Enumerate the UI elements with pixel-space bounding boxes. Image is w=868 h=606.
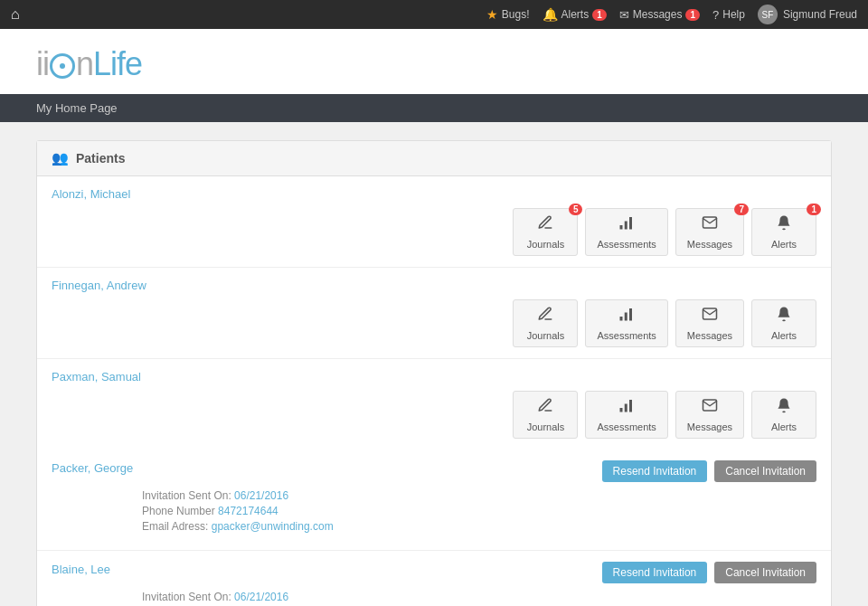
patient-actions-alonzi-michael: 5JournalsAssessments7Messages1Alerts — [52, 208, 816, 256]
journals-label: Journals — [527, 330, 565, 341]
messages-nav-label: Messages — [633, 8, 683, 21]
assessments-label: Assessments — [597, 421, 656, 432]
bell-nav-icon: 🔔 — [542, 7, 558, 22]
alerts-nav-item[interactable]: 🔔 Alerts 1 — [542, 7, 607, 22]
svg-rect-3 — [620, 317, 623, 321]
messages-label: Messages — [687, 239, 732, 250]
alerts-button-alonzi-michael[interactable]: 1Alerts — [751, 208, 816, 256]
home-icon[interactable]: ⌂ — [11, 6, 20, 23]
assessments-icon — [618, 397, 635, 418]
journals-label: Journals — [527, 421, 565, 432]
journals-button-paxman-samual[interactable]: Journals — [513, 391, 578, 439]
logo-area: iinLife — [0, 29, 868, 94]
messages-badge-alonzi-michael: 7 — [734, 204, 749, 215]
avatar: SF — [758, 5, 778, 24]
pending-patient-name-packer-george[interactable]: Packer, George — [52, 461, 133, 475]
bugs-label: Bugs! — [502, 8, 530, 21]
invitation-row-packer-george: Packer, GeorgeResend InvitationCancel In… — [37, 450, 831, 551]
help-label: Help — [722, 8, 745, 21]
journals-icon — [537, 214, 553, 235]
journals-button-alonzi-michael[interactable]: 5Journals — [513, 208, 578, 256]
svg-rect-4 — [625, 313, 627, 321]
top-navigation: ⌂ ★ Bugs! 🔔 Alerts 1 ✉ Messages 1 ? Help… — [0, 0, 868, 29]
assessments-button-alonzi-michael[interactable]: Assessments — [585, 208, 667, 256]
patient-name-paxman-samual[interactable]: Paxman, Samual — [52, 370, 816, 383]
bugs-nav-item[interactable]: ★ Bugs! — [486, 7, 530, 22]
patients-header: 👥 Patients — [37, 141, 831, 176]
invitation-details-packer-george: Invitation Sent On: 06/21/2016 Phone Num… — [142, 489, 816, 533]
alerts-icon — [776, 306, 792, 327]
pending-patient-name-blaine-lee[interactable]: Blaine, Lee — [52, 563, 110, 576]
help-nav-item[interactable]: ? Help — [712, 8, 745, 22]
invitation-header-packer-george: Packer, GeorgeResend InvitationCancel In… — [52, 460, 816, 482]
patient-name-alonzi-michael[interactable]: Alonzi, Michael — [52, 187, 816, 201]
main-content: 👥 Patients Alonzi, Michael5JournalsAsses… — [0, 122, 868, 606]
invitation-buttons-packer-george: Resend InvitationCancel Invitation — [602, 460, 816, 482]
messages-icon — [702, 397, 718, 418]
journals-badge-alonzi-michael: 5 — [569, 204, 583, 215]
page-header: My Home Page — [0, 94, 868, 122]
alerts-label: Alerts — [771, 239, 797, 250]
svg-rect-8 — [629, 400, 632, 412]
assessments-label: Assessments — [597, 330, 656, 341]
patient-actions-paxman-samual: JournalsAssessmentsMessagesAlerts — [52, 391, 816, 439]
logo-circle-icon — [50, 53, 75, 79]
page-title: My Home Page — [36, 101, 118, 115]
messages-label: Messages — [687, 421, 732, 432]
messages-icon — [702, 214, 718, 235]
help-icon: ? — [712, 8, 719, 22]
assessments-icon — [618, 306, 635, 327]
active-patients-list: Alonzi, Michael5JournalsAssessments7Mess… — [37, 176, 831, 450]
alerts-label: Alerts — [771, 421, 797, 432]
logo-iion: ii — [36, 45, 49, 82]
journals-label: Journals — [527, 239, 565, 250]
messages-button-paxman-samual[interactable]: Messages — [675, 391, 744, 439]
messages-nav-badge: 1 — [685, 9, 700, 21]
cancel-invitation-button-blaine-lee[interactable]: Cancel Invitation — [714, 562, 816, 583]
alerts-label: Alerts — [771, 330, 797, 341]
logo: iinLife — [36, 45, 832, 83]
svg-rect-5 — [629, 308, 632, 321]
patients-title: Patients — [76, 151, 125, 166]
alerts-button-paxman-samual[interactable]: Alerts — [751, 391, 816, 439]
svg-rect-1 — [625, 222, 627, 230]
svg-rect-0 — [620, 225, 623, 230]
user-name: Sigmund Freud — [783, 8, 857, 21]
assessments-icon — [618, 214, 635, 235]
messages-nav-item[interactable]: ✉ Messages 1 — [619, 8, 700, 22]
svg-rect-6 — [620, 408, 623, 412]
resend-invitation-button-packer-george[interactable]: Resend Invitation — [602, 460, 708, 482]
inv-sent-packer-george: Invitation Sent On: 06/21/2016 — [142, 489, 816, 502]
alerts-nav-label: Alerts — [561, 8, 590, 21]
svg-rect-2 — [629, 217, 632, 230]
journals-button-finnegan-andrew[interactable]: Journals — [513, 299, 578, 347]
messages-button-alonzi-michael[interactable]: 7Messages — [675, 208, 744, 256]
logo-n: n — [76, 45, 93, 82]
messages-icon — [702, 306, 718, 327]
patient-row-alonzi-michael: Alonzi, Michael5JournalsAssessments7Mess… — [37, 176, 831, 268]
resend-invitation-button-blaine-lee[interactable]: Resend Invitation — [602, 562, 708, 583]
inv-sent-blaine-lee: Invitation Sent On: 06/21/2016 — [142, 591, 816, 603]
alerts-badge-alonzi-michael: 1 — [807, 204, 821, 215]
svg-rect-7 — [625, 404, 627, 412]
alerts-nav-badge: 1 — [592, 9, 607, 21]
inv-email-packer-george: Email Adress: gpacker@unwinding.com — [142, 520, 816, 533]
inv-phone-packer-george: Phone Number 8472174644 — [142, 505, 816, 517]
patient-row-finnegan-andrew: Finnegan, AndrewJournalsAssessmentsMessa… — [37, 268, 831, 359]
assessments-label: Assessments — [597, 239, 656, 250]
assessments-button-finnegan-andrew[interactable]: Assessments — [585, 299, 667, 347]
cancel-invitation-button-packer-george[interactable]: Cancel Invitation — [714, 460, 816, 482]
messages-button-finnegan-andrew[interactable]: Messages — [675, 299, 744, 347]
invitation-buttons-blaine-lee: Resend InvitationCancel Invitation — [602, 562, 816, 583]
pending-patients-list: Packer, GeorgeResend InvitationCancel In… — [37, 450, 831, 606]
patients-icon: 👥 — [52, 150, 69, 166]
alerts-button-finnegan-andrew[interactable]: Alerts — [751, 299, 816, 347]
patient-name-finnegan-andrew[interactable]: Finnegan, Andrew — [52, 279, 816, 292]
patient-actions-finnegan-andrew: JournalsAssessmentsMessagesAlerts — [52, 299, 816, 347]
patients-card: 👥 Patients Alonzi, Michael5JournalsAsses… — [36, 140, 832, 606]
bug-icon: ★ — [486, 7, 498, 22]
assessments-button-paxman-samual[interactable]: Assessments — [585, 391, 667, 439]
alerts-icon — [776, 214, 792, 235]
user-menu[interactable]: SF Sigmund Freud — [758, 5, 857, 24]
logo-life: Life — [93, 45, 142, 82]
